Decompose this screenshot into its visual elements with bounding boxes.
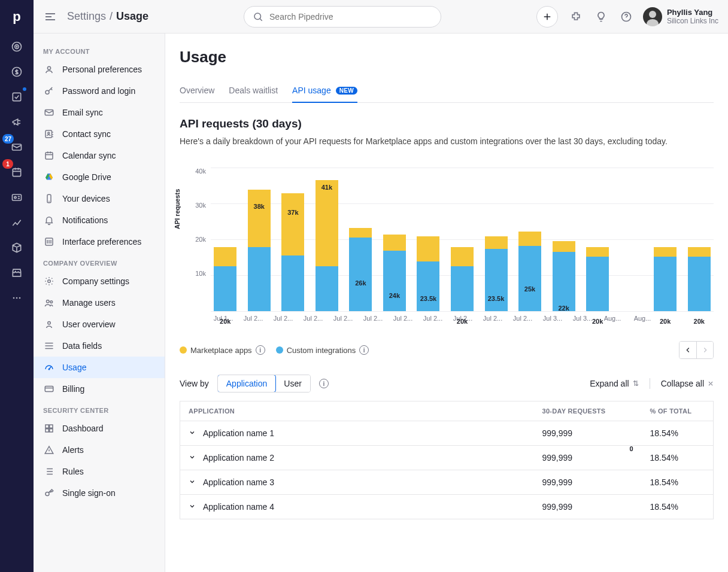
rail-target[interactable] (5, 35, 29, 59)
bar-column[interactable]: 20k (684, 247, 714, 311)
bar-column[interactable]: 20k (651, 247, 680, 311)
bar-column[interactable]: 38k (245, 190, 274, 311)
gauge-icon (43, 361, 55, 373)
app-logo[interactable]: p (5, 5, 29, 29)
svg-point-18 (48, 132, 50, 134)
help-icon[interactable] (618, 8, 635, 25)
x-tick-label: Aug... (600, 315, 625, 322)
rail-activities[interactable] (5, 85, 29, 109)
table-row[interactable]: Application name 1999,99918.54% (180, 421, 714, 446)
bar-column[interactable]: 22k (549, 241, 578, 311)
bar-column[interactable]: 41k (313, 180, 342, 311)
y-tick: 40k (195, 168, 206, 175)
sidebar-item-your-devices[interactable]: Your devices (34, 188, 165, 209)
divider (650, 378, 650, 389)
sidebar-item-usage[interactable]: Usage (34, 357, 165, 378)
sidebar-item-calendar-sync[interactable]: Calendar sync (34, 145, 165, 166)
bar-total-label: 22k (558, 305, 569, 312)
sidebar-item-label: Notifications (62, 215, 108, 225)
bar-column[interactable]: 24k (380, 235, 410, 311)
bar-segment-marketplace (349, 228, 372, 238)
bar-total-label: 26k (355, 279, 366, 287)
info-icon[interactable]: i (359, 345, 369, 355)
add-button[interactable] (536, 6, 558, 28)
bar-segment-custom (586, 257, 609, 311)
calendar-badge: 1 (2, 159, 13, 169)
sidebar-item-user-overview[interactable]: User overview (34, 314, 165, 335)
rail-insights[interactable] (5, 211, 29, 235)
menu-toggle-icon[interactable] (43, 10, 57, 24)
sidebar-item-rules[interactable]: Rules (34, 461, 165, 482)
rail-contacts[interactable] (5, 185, 29, 209)
sidebar-item-personal-preferences[interactable]: Personal preferences (34, 59, 165, 80)
sidebar-item-company-settings[interactable]: Company settings (34, 270, 165, 292)
bar-segment-custom (451, 266, 474, 311)
svg-point-11 (19, 297, 21, 299)
user-menu[interactable]: Phyllis Yang Silicon Links Inc (643, 7, 718, 26)
breadcrumb-root[interactable]: Settings (67, 10, 106, 23)
bar-column[interactable]: 20k (583, 247, 612, 311)
extensions-icon[interactable] (568, 8, 584, 25)
tab-deals-waitlist[interactable]: Deals waitlist (229, 81, 278, 102)
chevron-down-icon[interactable] (189, 429, 198, 436)
svg-point-24 (50, 301, 53, 303)
y-tick: 30k (195, 202, 206, 209)
sidebar-item-email-sync[interactable]: Email sync (34, 102, 165, 123)
sidebar-item-manage-users[interactable]: Manage users (34, 292, 165, 314)
info-icon[interactable]: i (256, 345, 265, 355)
legend-label: Custom integrations (287, 346, 356, 355)
rail-deals[interactable] (5, 60, 29, 84)
sidebar-item-password-and-login[interactable]: Password and login (34, 80, 165, 102)
info-icon[interactable]: i (319, 379, 329, 388)
tips-icon[interactable] (593, 8, 609, 25)
y-tick: 20k (195, 236, 206, 243)
sidebar-item-google-drive[interactable]: Google Drive (34, 166, 165, 188)
bar-column[interactable]: 23.5k (481, 236, 511, 311)
bar-column[interactable]: 23.5k (414, 236, 443, 311)
rail-campaigns[interactable] (5, 110, 29, 134)
sidebar-item-alerts[interactable]: Alerts (34, 439, 165, 461)
user-name: Phyllis Yang (667, 8, 718, 17)
table-row[interactable]: Application name 3999,99918.54% (180, 470, 714, 495)
pager-next[interactable] (696, 342, 713, 358)
sidebar-item-contact-sync[interactable]: Contact sync (34, 123, 165, 145)
sidebar-item-interface-preferences[interactable]: Interface preferences (34, 231, 165, 252)
chevron-down-icon[interactable] (189, 503, 198, 510)
bar-column[interactable]: 20k (448, 247, 477, 311)
bar-column[interactable]: 37k (278, 193, 308, 311)
sidebar-item-label: Calendar sync (62, 151, 116, 160)
bar-column[interactable]: 20k (211, 247, 240, 311)
table-row[interactable]: Application name 4999,99918.54% (180, 495, 714, 519)
rail-inbox[interactable]: 27 (5, 135, 29, 159)
rail-calendar[interactable]: 1 (5, 160, 29, 184)
bar-total-label: 20k (457, 318, 468, 325)
tab-label: Overview (180, 86, 214, 95)
search-input[interactable] (269, 12, 432, 22)
viewby-user[interactable]: User (275, 375, 310, 392)
main-content: Usage OverviewDeals waitlistAPI usageNEW… (165, 34, 728, 572)
chevron-down-icon[interactable] (189, 454, 198, 461)
sidebar-item-notifications[interactable]: Notifications (34, 209, 165, 231)
expand-all-button[interactable]: Expand all ⇅ (590, 379, 638, 388)
viewby-application[interactable]: Application (217, 375, 277, 393)
pager-prev[interactable] (680, 342, 696, 358)
search-input-wrap[interactable] (244, 6, 441, 28)
table-row[interactable]: Application name 2999,99918.54% (180, 446, 714, 470)
bar-column[interactable]: 26k (346, 228, 375, 311)
tab-overview[interactable]: Overview (180, 81, 214, 102)
sidebar-item-billing[interactable]: Billing (34, 378, 165, 400)
bar-column[interactable]: 25k (515, 232, 545, 311)
bar-segment-marketplace (417, 236, 439, 262)
rail-products[interactable] (5, 236, 29, 260)
y-axis-label: API requests (174, 189, 181, 229)
x-tick-label: Jul 2... (301, 315, 326, 322)
collapse-all-button[interactable]: Collapse all ⤫ (661, 379, 714, 388)
sidebar-item-data-fields[interactable]: Data fields (34, 335, 165, 357)
sidebar-item-single-sign-on[interactable]: Single sign-on (34, 482, 165, 504)
tab-api-usage[interactable]: API usageNEW (292, 81, 357, 102)
sidebar-item-dashboard[interactable]: Dashboard (34, 418, 165, 439)
rail-more[interactable] (5, 286, 29, 310)
device-icon (43, 193, 55, 205)
chevron-down-icon[interactable] (189, 478, 198, 485)
rail-marketplace[interactable] (5, 261, 29, 285)
